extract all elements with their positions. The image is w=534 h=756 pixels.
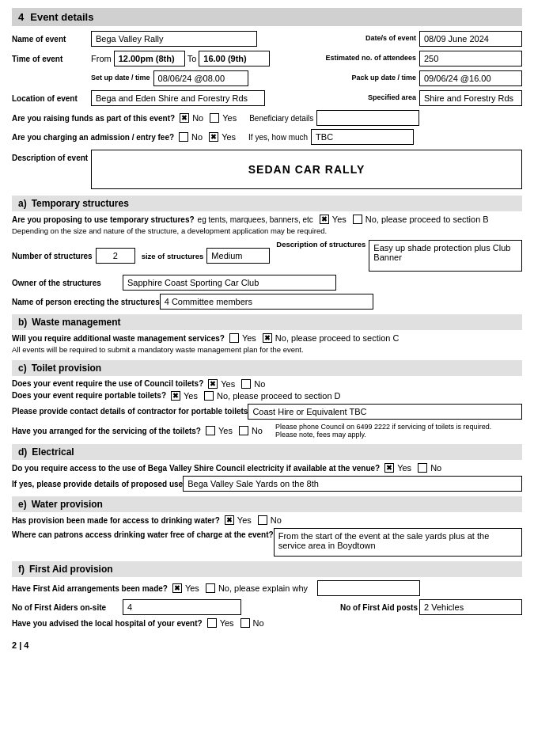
erecting-field[interactable]: 4 Committee members bbox=[160, 294, 373, 310]
name-of-event-field[interactable]: Bega Valley Rally bbox=[91, 31, 257, 47]
packup-field[interactable]: 09/06/24 @16.00 bbox=[419, 70, 522, 86]
owner-field[interactable]: Sapphire Coast Sporting Car Club bbox=[123, 275, 336, 291]
toilet-q2: Does your event require portable toilets… bbox=[12, 391, 166, 400]
toilet-q2-yes-checkbox[interactable] bbox=[171, 391, 180, 401]
local-hospital-row: Have you advised the local hospital of y… bbox=[12, 618, 522, 628]
sectionA-title: Temporary structures bbox=[32, 198, 129, 209]
contractor-label: Please provide contact details of contra… bbox=[12, 407, 248, 416]
setup-field[interactable]: 08/06/24 @08.00 bbox=[153, 70, 248, 86]
raising-funds-label: Are you raising funds as part of this ev… bbox=[12, 114, 175, 123]
fa-yes-group: Yes bbox=[172, 583, 199, 593]
raising-yes-label: Yes bbox=[222, 113, 237, 123]
name-of-event-label: Name of event bbox=[12, 34, 91, 44]
dates-field[interactable]: 08/09 June 2024 bbox=[419, 31, 522, 47]
from-field[interactable]: 12.00pm (8th) bbox=[114, 51, 185, 66]
est-field[interactable]: 250 bbox=[419, 51, 522, 66]
temp-yes-group: Yes bbox=[320, 215, 347, 224]
structures-row: Number of structures 2 size of structure… bbox=[12, 240, 522, 272]
sectionA-header: a) Temporary structures bbox=[12, 196, 522, 211]
if-yes-label: If yes, how much bbox=[248, 133, 308, 142]
servicing-yes-checkbox[interactable] bbox=[206, 426, 215, 435]
num-posts-field[interactable]: 2 Vehicles bbox=[419, 599, 522, 615]
water-yes-checkbox[interactable] bbox=[225, 515, 234, 525]
admission-value-field[interactable]: TBC bbox=[311, 129, 414, 145]
fa-yes-checkbox[interactable] bbox=[172, 583, 182, 593]
water-yes-label: Yes bbox=[237, 515, 252, 525]
admission-yes-checkbox[interactable] bbox=[209, 132, 218, 142]
sectionE-title: Water provision bbox=[32, 499, 103, 510]
time-label: Time of event bbox=[12, 54, 91, 64]
temp-no-group: No, please proceed to section B bbox=[353, 215, 489, 224]
sectionE-header: e) Water provision bbox=[12, 496, 522, 512]
temp-no-checkbox[interactable] bbox=[353, 215, 362, 224]
contractor-field[interactable]: Coast Hire or Equivalent TBC bbox=[248, 404, 522, 420]
to-field[interactable]: 16.00 (9th) bbox=[199, 51, 270, 66]
water-no-group: No bbox=[258, 515, 282, 525]
waste-yes-checkbox[interactable] bbox=[229, 333, 239, 343]
waste-no-checkbox[interactable] bbox=[263, 333, 272, 343]
time-of-event-row: Time of event From 12.00pm (8th) To 16.0… bbox=[12, 51, 522, 66]
fa-no-checkbox[interactable] bbox=[206, 583, 215, 593]
waste-note: All events will be required to submit a … bbox=[12, 345, 522, 355]
first-aid-question: Have First Aid arrangements been made? bbox=[12, 584, 168, 593]
toilet-q2-no-label: No, please proceed to section D bbox=[217, 391, 341, 401]
section4-num: 4 bbox=[18, 11, 24, 23]
temp-no-label: No, please proceed to section B bbox=[365, 215, 489, 224]
admission-row: Are you charging an admission / entry fe… bbox=[12, 129, 522, 145]
elec-details-field[interactable]: Bega Valley Sale Yards on the 8th bbox=[183, 476, 522, 492]
name-of-event-row: Name of event Bega Valley Rally Date/s o… bbox=[12, 31, 522, 47]
num-aiders-field[interactable]: 4 bbox=[123, 599, 241, 615]
hospital-yes-group: Yes bbox=[207, 618, 234, 628]
elec-no-checkbox[interactable] bbox=[418, 463, 427, 473]
raising-yes-checkbox[interactable] bbox=[210, 113, 219, 123]
admission-no-checkbox[interactable] bbox=[179, 132, 188, 142]
desc-structures-field[interactable]: Easy up shade protection plus Club Banne… bbox=[369, 240, 522, 272]
description-row: Description of event SEDAN CAR RALLY bbox=[12, 150, 522, 189]
description-field[interactable]: SEDAN CAR RALLY bbox=[91, 150, 522, 189]
temp-yes-checkbox[interactable] bbox=[320, 215, 329, 224]
temp-structures-note: Depending on the size and nature of the … bbox=[12, 226, 522, 236]
packup-label: Pack up date / time bbox=[351, 74, 416, 83]
sectionC-header: c) Toilet provision bbox=[12, 360, 522, 376]
elec-yes-checkbox[interactable] bbox=[384, 463, 394, 473]
toilet-q1-no-checkbox[interactable] bbox=[241, 379, 251, 389]
water-where-label: Where can patrons access drinking water … bbox=[12, 528, 274, 539]
hospital-yes-checkbox[interactable] bbox=[207, 618, 217, 628]
toilet-q2-no-checkbox[interactable] bbox=[204, 391, 214, 401]
beneficiary-field[interactable] bbox=[316, 110, 419, 126]
specified-field[interactable]: Shire and Forestry Rds bbox=[419, 90, 522, 106]
servicing-no-group: No bbox=[239, 426, 263, 435]
water-question: Has provision been made for access to dr… bbox=[12, 516, 220, 525]
admission-no-label: No bbox=[191, 132, 203, 142]
servicing-no-checkbox[interactable] bbox=[239, 426, 248, 435]
description-label: Description of event bbox=[12, 150, 91, 163]
dates-label: Date/s of event bbox=[361, 34, 416, 44]
raising-yes-group: Yes bbox=[210, 113, 237, 123]
water-no-checkbox[interactable] bbox=[258, 515, 267, 525]
from-label: From bbox=[91, 54, 112, 63]
toilet-q1-yes-group: Yes bbox=[208, 379, 235, 389]
num-structures-field[interactable]: 2 bbox=[96, 248, 135, 264]
waste-question-row: Will you require additional waste manage… bbox=[12, 333, 522, 343]
raising-no-checkbox[interactable] bbox=[180, 113, 189, 123]
location-field[interactable]: Bega and Eden Shire and Forestry Rds bbox=[91, 90, 265, 106]
sectionB-title: Waste management bbox=[32, 317, 120, 328]
water-yes-group: Yes bbox=[225, 515, 252, 525]
specified-label: Specified area bbox=[368, 93, 416, 103]
temp-structures-question-row: Are you proposing to use temporary struc… bbox=[12, 215, 522, 224]
elec-yes-group: Yes bbox=[384, 463, 411, 473]
hospital-no-checkbox[interactable] bbox=[240, 618, 250, 628]
elec-no-group: No bbox=[418, 463, 441, 473]
servicing-label: Have you arranged for the servicing of t… bbox=[12, 427, 201, 435]
sectionD-header: d) Electrical bbox=[12, 444, 522, 460]
section4-header: 4 Event details bbox=[12, 8, 522, 26]
owner-row: Owner of the structures Sapphire Coast S… bbox=[12, 275, 522, 291]
servicing-yes-label: Yes bbox=[218, 426, 233, 435]
size-field[interactable]: Medium bbox=[206, 248, 270, 264]
toilet-q1-yes-checkbox[interactable] bbox=[208, 379, 218, 389]
fa-yes-label: Yes bbox=[185, 583, 199, 593]
water-no-label: No bbox=[271, 515, 282, 525]
fa-no-explain-field[interactable] bbox=[317, 580, 420, 596]
water-where-field[interactable]: From the start of the event at the sale … bbox=[274, 528, 522, 557]
toilet-q2-yes-label: Yes bbox=[184, 391, 198, 401]
